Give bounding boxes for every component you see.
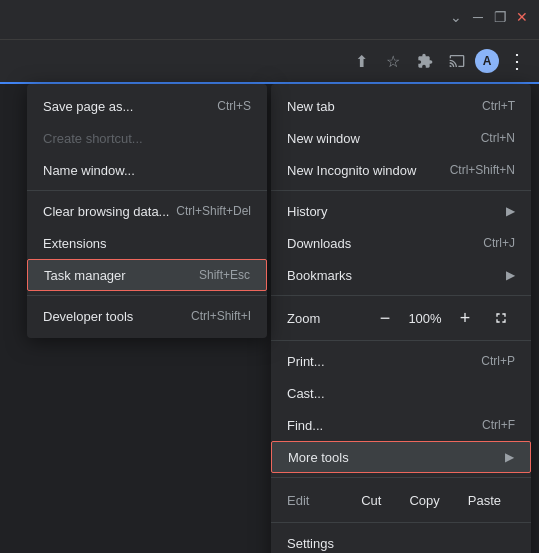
menu-item-new-window[interactable]: New window Ctrl+N — [271, 122, 531, 154]
browser-toolbar: ⬆ ☆ A ⋮ — [0, 40, 539, 84]
submenu-separator-1 — [27, 190, 267, 191]
submenu-item-label: Create shortcut... — [43, 131, 143, 146]
main-menu: New tab Ctrl+T New window Ctrl+N New Inc… — [271, 84, 531, 553]
fullscreen-button[interactable] — [487, 304, 515, 332]
zoom-minus-button[interactable]: − — [371, 304, 399, 332]
menu-item-label: Find... — [287, 418, 323, 433]
menu-item-label: Cast... — [287, 386, 325, 401]
submenu-item-shortcut: Shift+Esc — [199, 268, 250, 282]
menu-item-shortcut: Ctrl+Shift+N — [450, 163, 515, 177]
menu-icon[interactable]: ⋮ — [503, 47, 531, 75]
menu-item-label: New tab — [287, 99, 335, 114]
separator-5 — [271, 522, 531, 523]
menu-item-cast[interactable]: Cast... — [271, 377, 531, 409]
menu-item-label: History — [287, 204, 327, 219]
bookmark-icon[interactable]: ☆ — [379, 47, 407, 75]
submenu-item-label: Clear browsing data... — [43, 204, 169, 219]
submenu-item-shortcut: Ctrl+Shift+I — [191, 309, 251, 323]
menu-item-label: New Incognito window — [287, 163, 416, 178]
zoom-value: 100% — [407, 311, 443, 326]
avatar[interactable]: A — [475, 49, 499, 73]
share-icon[interactable]: ⬆ — [347, 47, 375, 75]
extensions-icon[interactable] — [411, 47, 439, 75]
submenu-item-label: Developer tools — [43, 309, 133, 324]
submenu-item-create-shortcut: Create shortcut... — [27, 122, 267, 154]
separator-3 — [271, 340, 531, 341]
submenu-item-clear-browsing[interactable]: Clear browsing data... Ctrl+Shift+Del — [27, 195, 267, 227]
submenu-item-label: Task manager — [44, 268, 126, 283]
submenu-item-task-manager[interactable]: Task manager Shift+Esc — [27, 259, 267, 291]
close-button[interactable]: ✕ — [513, 8, 531, 26]
menu-item-arrow: ▶ — [506, 268, 515, 282]
restore-button[interactable]: ❐ — [491, 8, 509, 26]
more-tools-submenu: Save page as... Ctrl+S Create shortcut..… — [27, 84, 267, 338]
separator-2 — [271, 295, 531, 296]
menu-item-history[interactable]: History ▶ — [271, 195, 531, 227]
menu-item-downloads[interactable]: Downloads Ctrl+J — [271, 227, 531, 259]
zoom-controls: − 100% + — [371, 304, 515, 332]
menu-item-label: Bookmarks — [287, 268, 352, 283]
paste-button[interactable]: Paste — [454, 489, 515, 512]
menu-item-label: Settings — [287, 536, 334, 551]
edit-label: Edit — [287, 493, 347, 508]
menu-item-shortcut: Ctrl+F — [482, 418, 515, 432]
submenu-item-label: Save page as... — [43, 99, 133, 114]
menu-item-shortcut: Ctrl+N — [481, 131, 515, 145]
submenu-item-shortcut: Ctrl+S — [217, 99, 251, 113]
separator-1 — [271, 190, 531, 191]
menu-item-more-tools[interactable]: More tools ▶ — [271, 441, 531, 473]
menu-item-find[interactable]: Find... Ctrl+F — [271, 409, 531, 441]
edit-row: Edit Cut Copy Paste — [271, 482, 531, 518]
submenu-separator-2 — [27, 295, 267, 296]
menu-item-label: New window — [287, 131, 360, 146]
window-controls: ⌄ ─ ❐ ✕ — [447, 8, 531, 26]
separator-4 — [271, 477, 531, 478]
zoom-row: Zoom − 100% + — [271, 300, 531, 336]
submenu-item-save-page[interactable]: Save page as... Ctrl+S — [27, 90, 267, 122]
chevron-down-icon[interactable]: ⌄ — [447, 8, 465, 26]
menu-item-settings[interactable]: Settings — [271, 527, 531, 553]
submenu-item-developer-tools[interactable]: Developer tools Ctrl+Shift+I — [27, 300, 267, 332]
menu-item-new-tab[interactable]: New tab Ctrl+T — [271, 90, 531, 122]
submenu-item-extensions[interactable]: Extensions — [27, 227, 267, 259]
submenu-item-label: Name window... — [43, 163, 135, 178]
copy-button[interactable]: Copy — [395, 489, 453, 512]
menu-item-incognito[interactable]: New Incognito window Ctrl+Shift+N — [271, 154, 531, 186]
cast-icon[interactable] — [443, 47, 471, 75]
zoom-plus-button[interactable]: + — [451, 304, 479, 332]
menu-item-label: Print... — [287, 354, 325, 369]
cut-button[interactable]: Cut — [347, 489, 395, 512]
browser-titlebar: ⌄ ─ ❐ ✕ — [0, 0, 539, 40]
menu-item-shortcut: Ctrl+P — [481, 354, 515, 368]
menu-item-shortcut: Ctrl+T — [482, 99, 515, 113]
menu-item-print[interactable]: Print... Ctrl+P — [271, 345, 531, 377]
menu-item-label: Downloads — [287, 236, 351, 251]
menu-item-bookmarks[interactable]: Bookmarks ▶ — [271, 259, 531, 291]
menu-item-shortcut: Ctrl+J — [483, 236, 515, 250]
menu-item-label: More tools — [288, 450, 349, 465]
menu-item-arrow: ▶ — [506, 204, 515, 218]
more-tools-arrow: ▶ — [505, 450, 514, 464]
zoom-label: Zoom — [287, 311, 320, 326]
submenu-item-shortcut: Ctrl+Shift+Del — [176, 204, 251, 218]
minimize-button[interactable]: ─ — [469, 8, 487, 26]
submenu-item-name-window[interactable]: Name window... — [27, 154, 267, 186]
submenu-item-label: Extensions — [43, 236, 107, 251]
